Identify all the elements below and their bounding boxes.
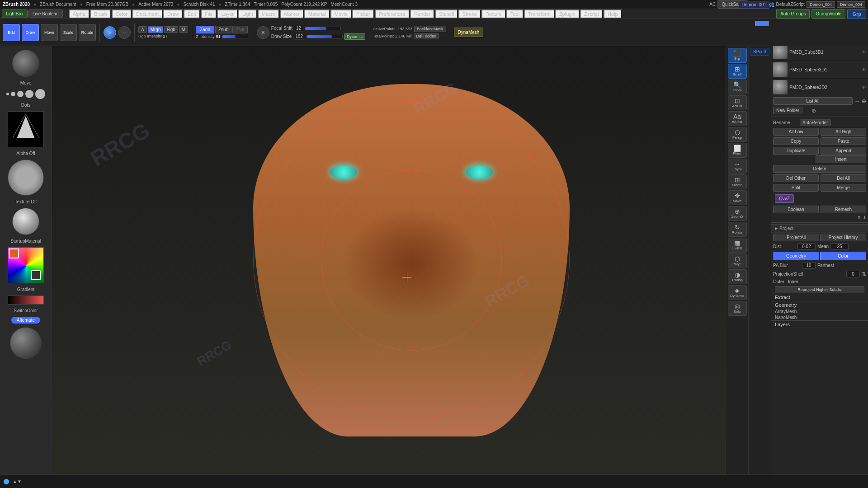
alpha-preview[interactable] bbox=[8, 111, 44, 147]
side-icon-zoom[interactable]: 🔍Zoom bbox=[728, 80, 747, 94]
new-folder-plus[interactable]: ⊕ bbox=[811, 108, 816, 114]
side-icon-dynamic[interactable]: ◈Dynamic bbox=[728, 285, 747, 300]
menu-item-picker[interactable]: Picker bbox=[352, 9, 374, 19]
duplicate-button[interactable]: Duplicate bbox=[773, 147, 819, 155]
edit-button[interactable]: Edit bbox=[3, 24, 20, 41]
side-icon-frame[interactable]: ⊞Frame bbox=[728, 174, 747, 189]
merge-button[interactable]: Merge bbox=[821, 184, 866, 192]
qvvz-button[interactable]: QvvZ bbox=[775, 194, 794, 203]
proj-shell-arrows[interactable]: ⇅ bbox=[862, 271, 866, 277]
bottom-nav-arrows[interactable]: ▲▼ bbox=[13, 479, 22, 484]
side-icon-brp[interactable]: ⬛Brp bbox=[728, 48, 747, 63]
reproject-subdiv-button[interactable]: Reproject Higher Subdiv bbox=[775, 286, 864, 293]
grp-button[interactable]: Grp bbox=[847, 9, 866, 19]
menu-item-color[interactable]: Color bbox=[112, 9, 132, 19]
sphere-mode-button[interactable]: ● bbox=[104, 26, 116, 39]
side-icon-persp[interactable]: ⬡Persp bbox=[728, 127, 747, 142]
menu-item-marker[interactable]: Marker bbox=[280, 9, 303, 19]
material-preview[interactable] bbox=[12, 208, 39, 235]
menu-item-preferences[interactable]: Preferences bbox=[375, 9, 410, 19]
geometry-button[interactable]: Geometry bbox=[773, 252, 819, 260]
all-low-button[interactable]: All Low bbox=[773, 128, 819, 136]
all-high-button[interactable]: AlI High bbox=[821, 128, 866, 136]
scale-button[interactable]: Scale bbox=[60, 24, 77, 41]
paste-button[interactable]: Paste bbox=[821, 137, 866, 145]
arrow-right-1[interactable]: → bbox=[854, 98, 860, 104]
menu-item-tool[interactable]: Tool bbox=[506, 9, 524, 19]
live-boolean-button[interactable]: Live Boolean bbox=[28, 9, 63, 18]
s-circle-button[interactable]: S bbox=[257, 26, 269, 39]
arrow-right-2[interactable]: ⊕ bbox=[862, 98, 866, 104]
side-icon-transp[interactable]: ◑Transp bbox=[728, 269, 747, 284]
z-intensity-slider[interactable] bbox=[222, 35, 249, 38]
menu-item-transform[interactable]: Transform bbox=[524, 9, 555, 19]
delete-button[interactable]: Delete bbox=[773, 165, 866, 173]
scroll-down-icon[interactable]: ⬇ bbox=[863, 215, 866, 220]
menu-item-material[interactable]: Material bbox=[304, 9, 330, 19]
list-all-button[interactable]: List All bbox=[773, 97, 853, 105]
new-folder-arrow[interactable]: → bbox=[804, 108, 810, 114]
menu-item-alpha[interactable]: Alpha bbox=[69, 9, 90, 19]
subtool-row-sphere3d2[interactable]: PM3D_Sphere3D2 👁 bbox=[771, 79, 868, 96]
project-all-button[interactable]: ProjectAll bbox=[773, 234, 819, 241]
foreground-color-swatch[interactable] bbox=[9, 249, 19, 258]
subtool-eye-sphere3d1[interactable]: 👁 bbox=[862, 67, 866, 72]
menu-item-file[interactable]: File bbox=[201, 9, 217, 19]
menu-item-zscript[interactable]: Zscript bbox=[580, 9, 603, 19]
dynamic-button[interactable]: Dynamic bbox=[344, 33, 365, 40]
side-icon-floor[interactable]: ⬜Floor bbox=[728, 143, 747, 158]
zadd-button[interactable]: Zadd bbox=[196, 26, 214, 33]
menu-item-macro[interactable]: Macro bbox=[258, 9, 280, 19]
subtool-row-sphere3d1[interactable]: PM3D_Sphere3D1 👁 bbox=[771, 61, 868, 79]
alternate-button[interactable]: Alternate bbox=[11, 317, 40, 324]
side-icon-scroll[interactable]: ⊞Scroll bbox=[728, 64, 747, 79]
menu-item-texture[interactable]: Texture bbox=[481, 9, 506, 19]
side-icon-polyf[interactable]: ⬡PolyF bbox=[728, 253, 747, 268]
color-project-button[interactable]: Color bbox=[820, 252, 866, 260]
pa-blur-val[interactable]: 10 bbox=[802, 262, 816, 269]
circle-mode-button[interactable]: ○ bbox=[118, 26, 131, 39]
mean-val[interactable]: 25 bbox=[830, 243, 849, 250]
insert-button[interactable]: Insert bbox=[816, 155, 866, 163]
del-other-button[interactable]: Del Other bbox=[773, 174, 819, 182]
group-visible-button[interactable]: GroupVisible bbox=[811, 9, 845, 19]
menu-item-stencil[interactable]: Stencil bbox=[435, 9, 458, 19]
rgb-button[interactable]: Rgb bbox=[164, 26, 178, 33]
side-icon-actual[interactable]: ⊡Actual bbox=[728, 95, 747, 110]
menu-item-draw[interactable]: Draw bbox=[163, 9, 183, 19]
demon004a-btn[interactable]: Demon_004 bbox=[807, 1, 835, 8]
autoreorder-button[interactable]: AutoReorder bbox=[800, 119, 831, 126]
side-icon-linfill[interactable]: ▦LinFill bbox=[728, 238, 747, 253]
menu-item-help[interactable]: Help bbox=[604, 9, 622, 19]
zcut-button[interactable]: Zcut bbox=[232, 26, 247, 33]
lightbox-button[interactable]: LightBox bbox=[2, 9, 28, 18]
new-folder-button[interactable]: New Folder bbox=[773, 107, 802, 114]
zsub-button[interactable]: Zsub bbox=[215, 26, 231, 33]
menu-item-zplugin[interactable]: Zplugin bbox=[555, 9, 580, 19]
subtool-eye-cube3d1[interactable]: 👁 bbox=[862, 50, 866, 55]
del-hidden-button[interactable]: Del Hidden bbox=[414, 33, 439, 39]
subtool-eye-sphere3d2[interactable]: 👁 bbox=[862, 85, 866, 90]
side-icon-solo[interactable]: ◎Solo bbox=[728, 301, 747, 316]
draw-size-slider[interactable] bbox=[307, 35, 343, 38]
dyna-mesh-button[interactable]: DynaMesh bbox=[454, 28, 484, 37]
side-icon-rotate[interactable]: ↻Rotate bbox=[728, 222, 747, 237]
scroll-up-icon[interactable]: ⬆ bbox=[857, 215, 861, 220]
menu-item-layer[interactable]: Layer bbox=[217, 9, 238, 19]
menu-item-render[interactable]: Render bbox=[410, 9, 434, 19]
side-icon-move[interactable]: ✥Move bbox=[728, 190, 747, 205]
menu-item-document[interactable]: Document bbox=[132, 9, 163, 19]
proj-shell-val[interactable]: 0 bbox=[846, 271, 860, 277]
mrgb-button[interactable]: Mrgb bbox=[148, 26, 164, 33]
move-button[interactable]: Move bbox=[41, 24, 58, 41]
menu-item-light[interactable]: Light bbox=[238, 9, 257, 19]
menu-item-brush[interactable]: Brush bbox=[90, 9, 111, 19]
rotate-button[interactable]: Rotate bbox=[79, 24, 96, 41]
dist-val[interactable]: 0.02 bbox=[797, 243, 816, 250]
copy-button[interactable]: Copy bbox=[773, 137, 819, 145]
background-color-swatch[interactable] bbox=[31, 270, 41, 280]
color-picker[interactable] bbox=[8, 247, 44, 283]
gradient-preview[interactable] bbox=[8, 296, 44, 305]
texture-preview[interactable] bbox=[8, 160, 44, 196]
menu-item-stroke[interactable]: Stroke bbox=[458, 9, 481, 19]
